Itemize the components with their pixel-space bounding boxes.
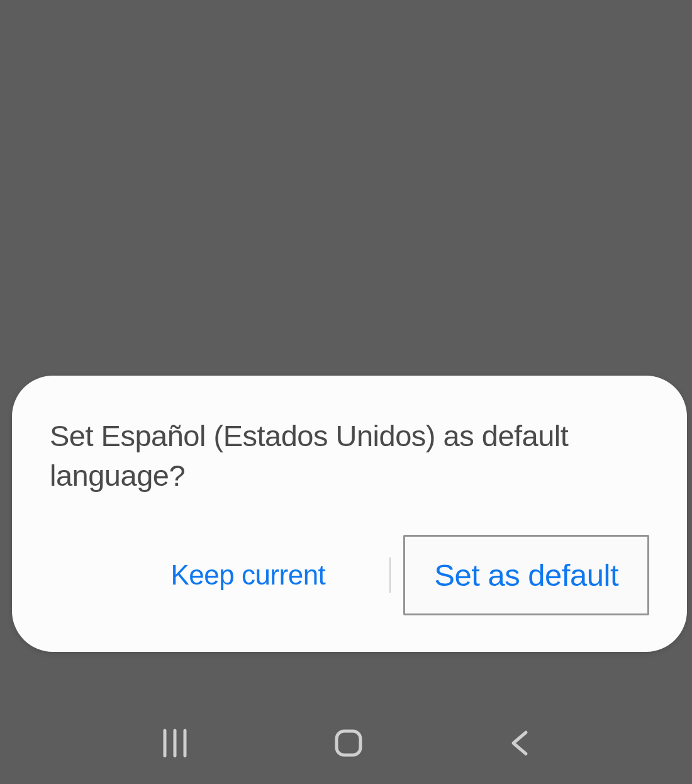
recents-icon[interactable] [160,727,190,759]
svg-rect-3 [337,731,360,755]
dialog-actions: Keep current Set as default [50,535,649,615]
language-default-dialog: Set Español (Estados Unidos) as default … [12,376,687,652]
keep-current-button[interactable]: Keep current [148,547,348,603]
dialog-message: Set Español (Estados Unidos) as default … [50,416,649,496]
navigation-bar [0,702,692,784]
set-as-default-button[interactable]: Set as default [403,535,649,615]
back-icon[interactable] [507,727,532,759]
button-divider [389,557,391,593]
home-icon[interactable] [333,727,364,759]
